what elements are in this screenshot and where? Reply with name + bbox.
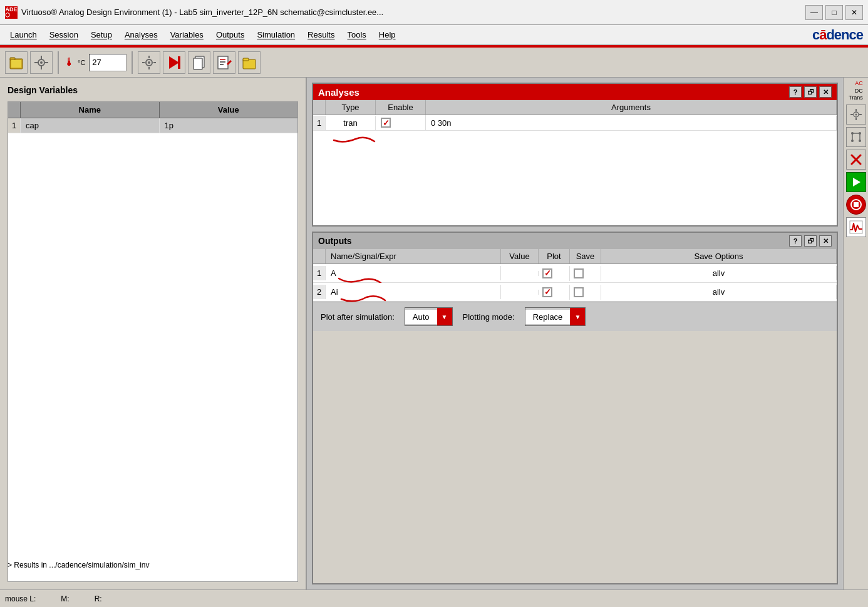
output-save-Ai[interactable] [570, 285, 601, 300]
svg-marker-15 [169, 56, 179, 69]
toolbar-config-btn[interactable] [138, 51, 160, 74]
outputs-title: Outputs [318, 236, 352, 246]
output-plot-A[interactable] [539, 266, 570, 281]
temperature-input[interactable] [89, 54, 127, 71]
outputs-bottom: Plot after simulation: Auto Plotting mod… [313, 302, 837, 331]
col-plot: Plot [539, 249, 570, 263]
toolbar-folder-btn[interactable] [238, 51, 261, 74]
svg-marker-41 [853, 178, 860, 186]
toolbar: 🌡 °C [0, 48, 868, 78]
output-save-A[interactable] [570, 266, 601, 281]
col-name-signal: Name/Signal/Expr [326, 249, 501, 263]
menu-setup[interactable]: Setup [86, 28, 117, 42]
toolbar-separator2 [132, 51, 133, 74]
svg-rect-1 [10, 58, 15, 60]
output-row-1[interactable]: 1 A allv [313, 264, 837, 283]
menu-variables[interactable]: Variables [165, 28, 209, 42]
var-name[interactable]: cap [21, 118, 160, 133]
svg-rect-25 [243, 58, 249, 61]
menu-simulation[interactable]: Simulation [252, 28, 300, 42]
analyses-row-1[interactable]: 1 tran 0 30n [313, 115, 837, 131]
sidebar-delete-btn[interactable] [846, 150, 866, 170]
var-value[interactable]: 1p [160, 118, 298, 133]
analyses-restore-btn[interactable]: 🗗 [804, 86, 817, 98]
col-arguments: Arguments [426, 100, 837, 115]
right-sidebar: AC DC Trans [843, 78, 868, 589]
svg-rect-6 [41, 66, 42, 69]
analysis-enable[interactable] [376, 115, 426, 130]
analyses-close-btn[interactable]: ✕ [819, 86, 832, 98]
scribble-tran [331, 133, 381, 145]
svg-rect-16 [178, 56, 180, 69]
r-label: R: [95, 594, 102, 603]
output-name-Ai[interactable]: Ai [326, 285, 501, 299]
sidebar-connect-btn[interactable] [846, 127, 866, 147]
output-name-A[interactable]: A [326, 266, 501, 280]
plot-checkbox-A[interactable] [542, 268, 552, 278]
outputs-close-btn[interactable]: ✕ [819, 235, 832, 247]
results-path: > Results in .../cadence/simulation/sim_… [8, 561, 860, 569]
plot-after-arrow[interactable] [437, 308, 452, 325]
save-checkbox-A[interactable] [574, 268, 584, 278]
toolbar-open-btn[interactable] [5, 51, 28, 74]
window-controls: — □ ✕ [805, 5, 863, 20]
plot-after-label: Plot after simulation: [321, 312, 395, 322]
sidebar-settings-btn[interactable] [846, 105, 866, 125]
outputs-restore-btn[interactable]: 🗗 [804, 235, 817, 247]
analysis-type: tran [326, 116, 376, 130]
svg-rect-12 [148, 67, 150, 69]
sidebar-waveform-btn[interactable] [846, 217, 866, 237]
plotting-mode-value[interactable]: Replace [525, 310, 571, 324]
svg-rect-11 [148, 56, 150, 58]
plot-checkbox-Ai[interactable] [542, 287, 552, 297]
plot-after-value[interactable]: Auto [405, 310, 437, 324]
cadence-logo: cādence [812, 27, 863, 43]
menu-outputs[interactable]: Outputs [211, 28, 250, 42]
mouse-label: mouse L: [5, 594, 36, 603]
row-num: 1 [313, 116, 326, 130]
analyses-header: Analyses ? 🗗 ✕ [313, 84, 837, 100]
right-panel: Analyses ? 🗗 ✕ Type Enable Arguments 1 [307, 78, 843, 589]
analysis-arguments: 0 30n [426, 116, 837, 130]
row-num-2: 2 [313, 285, 326, 299]
title-bar: ADE⬡ Virtuoso® Analog Design Environment… [0, 0, 868, 25]
col-type: Type [326, 100, 376, 115]
table-header: Name Value [8, 102, 297, 118]
svg-rect-28 [855, 109, 857, 111]
sidebar-run-btn[interactable] [846, 172, 866, 192]
output-value-Ai [501, 290, 539, 295]
outputs-table-header: Name/Signal/Expr Value Plot Save Save Op… [313, 249, 837, 264]
menu-tools[interactable]: Tools [342, 28, 371, 42]
menu-launch[interactable]: Launch [5, 28, 42, 42]
menu-analyses[interactable]: Analyses [120, 28, 163, 42]
svg-rect-19 [218, 56, 228, 69]
toolbar-edit-btn[interactable] [213, 51, 235, 74]
enable-checkbox[interactable] [381, 118, 391, 128]
plotting-mode-arrow[interactable] [570, 308, 585, 325]
close-button[interactable]: ✕ [845, 5, 863, 20]
toolbar-run-btn[interactable] [163, 51, 185, 74]
status-bar: mouse L: M: R: [0, 589, 868, 607]
toolbar-copy-btn[interactable] [188, 51, 210, 74]
save-checkbox-Ai[interactable] [574, 287, 584, 297]
main-layout: Design Variables Name Value 1 cap 1p > R… [0, 78, 868, 589]
menu-session[interactable]: Session [44, 28, 83, 42]
menu-results[interactable]: Results [302, 28, 339, 42]
left-panel: Design Variables Name Value 1 cap 1p > R… [0, 78, 307, 589]
sidebar-stop-btn[interactable] [846, 195, 866, 215]
minimize-button[interactable]: — [805, 5, 823, 20]
svg-rect-43 [854, 202, 859, 207]
outputs-header: Outputs ? 🗗 ✕ [313, 233, 837, 249]
analyses-help-btn[interactable]: ? [789, 86, 802, 98]
output-row-2[interactable]: 2 Ai allv [313, 283, 837, 302]
plotting-mode-dropdown[interactable]: Replace [525, 307, 586, 326]
analyses-content: Type Enable Arguments 1 tran 0 30n [313, 100, 837, 225]
table-row[interactable]: 1 cap 1p [8, 118, 297, 133]
svg-point-10 [148, 61, 150, 64]
plot-after-dropdown[interactable]: Auto [405, 307, 453, 326]
maximize-button[interactable]: □ [825, 5, 843, 20]
menu-help[interactable]: Help [374, 28, 401, 42]
output-plot-Ai[interactable] [539, 285, 570, 300]
toolbar-settings-btn[interactable] [30, 51, 53, 74]
outputs-help-btn[interactable]: ? [789, 235, 802, 247]
